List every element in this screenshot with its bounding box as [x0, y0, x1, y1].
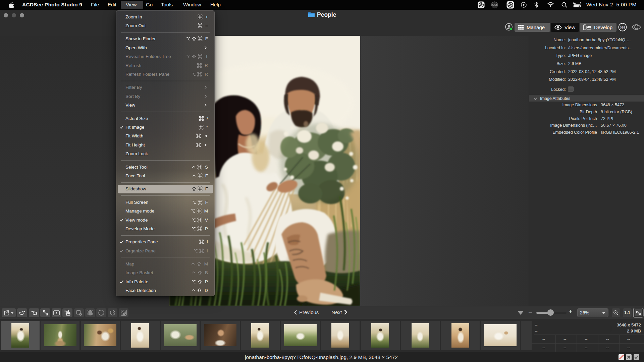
svg-text:365: 365	[620, 25, 626, 29]
